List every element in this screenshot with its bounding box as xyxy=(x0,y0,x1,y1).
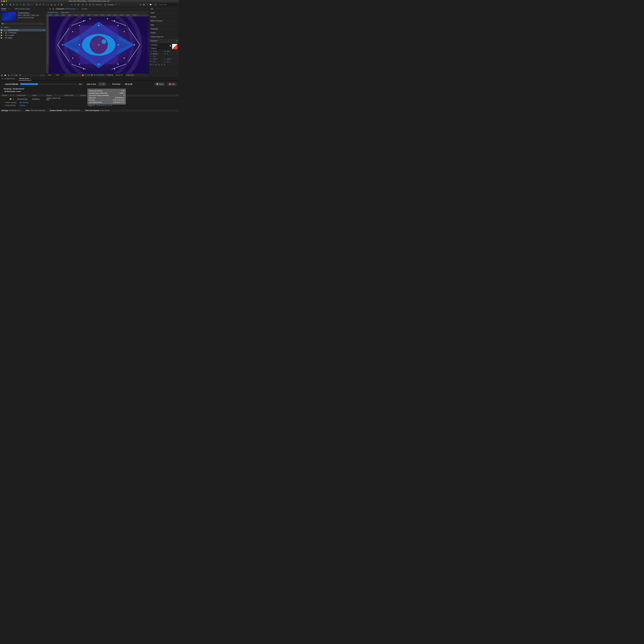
project-search[interactable]: 🔍▾ xyxy=(1,22,45,25)
stop-button[interactable]: ■ Stop xyxy=(167,82,177,86)
all-caps[interactable]: TT xyxy=(155,64,157,66)
col-num[interactable]: # xyxy=(12,95,16,96)
clone-tool[interactable] xyxy=(50,3,53,6)
search-help-input[interactable] xyxy=(157,3,178,6)
tracking[interactable]: VA0 xyxy=(164,53,178,55)
search-help[interactable] xyxy=(155,3,178,6)
brush-tool[interactable] xyxy=(47,3,50,6)
tab-effect-controls[interactable]: Effect Controls (none) xyxy=(14,7,30,11)
col-comp[interactable]: Comp Name xyxy=(16,95,31,96)
font-weight-select[interactable]: Regular xyxy=(150,47,169,50)
current-time[interactable]: 0:00:05:06 xyxy=(96,74,104,76)
chat-icon[interactable]: 💬 xyxy=(149,3,152,6)
puppet-tool[interactable] xyxy=(57,3,60,6)
zoom-select[interactable]: 100% xyxy=(46,74,54,76)
panel-preview[interactable]: Preview xyxy=(149,15,179,19)
roi-icon[interactable] xyxy=(72,74,74,76)
pause-button[interactable]: ❚❚ Pause xyxy=(154,82,165,86)
zoom-tool[interactable] xyxy=(12,3,15,6)
character-header[interactable]: Character ≡ xyxy=(149,39,179,43)
small-caps[interactable]: Tᴛ xyxy=(158,64,160,66)
tab-timeline[interactable]: .AE Benchmark × xyxy=(1,77,17,80)
font-family-select[interactable]: Helvetica xyxy=(150,44,169,46)
subscript[interactable]: T₁ xyxy=(164,64,165,66)
label-swatch[interactable] xyxy=(1,29,2,31)
project-item-folder[interactable]: › 1. Precomps xyxy=(0,31,46,34)
panel-tracker[interactable]: Tracker xyxy=(149,31,179,35)
crumb-back-icon[interactable]: ‹ xyxy=(59,12,60,13)
panel-info[interactable]: Info xyxy=(149,7,179,11)
name-column[interactable]: Name xyxy=(4,26,9,28)
roto-tool[interactable] xyxy=(30,3,33,6)
col-started[interactable]: Started xyxy=(46,95,64,96)
universal-position[interactable] xyxy=(85,3,88,6)
panel-content-aware-fill[interactable]: Content-Aware Fill xyxy=(149,35,179,39)
camera-select[interactable]: Active Can xyxy=(126,74,134,76)
label-swatch[interactable] xyxy=(1,37,2,39)
disclosure-icon[interactable]: › xyxy=(4,104,4,107)
faux-italic[interactable]: T xyxy=(152,64,153,66)
shape-tool[interactable] xyxy=(35,3,38,6)
project-item-folder[interactable]: Salads xyxy=(0,37,46,39)
panel-paragraph[interactable]: Paragraph xyxy=(149,27,179,31)
draft3d-label[interactable]: Draft 3D xyxy=(107,74,113,76)
composition-viewer[interactable]: |300|400|500|600|700|800|900|1000|1100|1… xyxy=(46,14,149,73)
anchor-tool[interactable] xyxy=(22,3,25,6)
col-tag[interactable]: 🏷 xyxy=(9,95,12,96)
workspace-icon[interactable] xyxy=(142,3,145,6)
lock-icon[interactable]: 🔒 xyxy=(52,8,54,10)
fill-stroke-swatch[interactable] xyxy=(172,44,177,49)
stroke-order[interactable] xyxy=(164,56,178,57)
kerning[interactable]: V/AMetrics xyxy=(150,53,164,55)
color-mgmt-icon[interactable]: ⬤ xyxy=(82,74,84,76)
rq-menu-icon[interactable]: ≡ xyxy=(30,78,31,79)
resolution-select[interactable]: Half xyxy=(55,74,64,76)
bpc-label[interactable]: 8 bpc xyxy=(14,74,18,76)
vertical-scale[interactable]: IT100% xyxy=(150,58,164,60)
disclosure-icon[interactable]: ⌄ xyxy=(2,98,5,100)
reset-exposure-icon[interactable]: ↻ xyxy=(85,74,86,76)
stroke-width[interactable]: ≡-px xyxy=(150,56,164,57)
canvas[interactable] xyxy=(49,16,149,73)
superscript[interactable]: T¹ xyxy=(161,64,163,66)
panel-align[interactable]: Align xyxy=(149,23,179,27)
selection-tool[interactable] xyxy=(6,3,9,6)
project-item-comp[interactable]: .AE Benchmark ⇱ xyxy=(0,29,46,31)
rotate-tool[interactable] xyxy=(27,3,30,6)
label-swatch[interactable] xyxy=(1,35,2,36)
pen-tool[interactable] xyxy=(39,3,42,6)
faux-bold[interactable]: T xyxy=(150,64,151,66)
tab-console[interactable]: Console xyxy=(82,8,87,10)
label-swatch[interactable] xyxy=(10,98,11,100)
baseline-shift[interactable]: Aª0px xyxy=(150,61,164,63)
eyedropper-icon[interactable]: 💧 xyxy=(169,45,171,46)
scrollbar-thumb[interactable] xyxy=(40,74,45,76)
rotation-tool[interactable] xyxy=(19,3,22,6)
labs-icon[interactable]: ⚗ xyxy=(146,3,149,6)
guides-icon[interactable] xyxy=(79,74,81,76)
pin-tool[interactable] xyxy=(60,3,63,6)
project-settings-icon[interactable]: ⚙ xyxy=(11,74,13,76)
snapshot-icon[interactable]: 📷 xyxy=(91,74,93,76)
draft3d-icon[interactable]: ⬚ xyxy=(105,74,106,76)
universal-scale[interactable] xyxy=(88,3,91,6)
snapping-checkbox[interactable] xyxy=(104,3,107,6)
renderer-select[interactable]: Classic 3D xyxy=(114,74,125,76)
om-value[interactable]: Lossless xyxy=(19,104,25,107)
trash-icon[interactable]: 🗑 xyxy=(19,74,21,76)
grid-icon[interactable] xyxy=(75,74,78,76)
axis-local[interactable] xyxy=(70,3,73,6)
mask-toggle-icon[interactable] xyxy=(69,74,71,76)
comp-menu-icon[interactable]: ≡ xyxy=(77,8,78,10)
disclosure-icon[interactable]: ⌄ xyxy=(2,83,3,85)
new-comp-icon[interactable]: ▥ xyxy=(7,74,10,76)
crumb-comp[interactable]: .AE Benchmark xyxy=(47,12,58,13)
label-swatch[interactable] xyxy=(1,32,2,33)
disclosure-icon[interactable]: › xyxy=(4,102,4,104)
universal-cursor[interactable] xyxy=(82,3,85,6)
out-value[interactable]: _AE Benchmark_3.mov xyxy=(96,105,112,106)
close-tab-icon[interactable]: × xyxy=(47,8,48,10)
col-render[interactable]: Render xyxy=(1,95,9,96)
home-button[interactable] xyxy=(1,3,4,6)
leading[interactable]: ᴀAAuto xyxy=(164,50,178,52)
